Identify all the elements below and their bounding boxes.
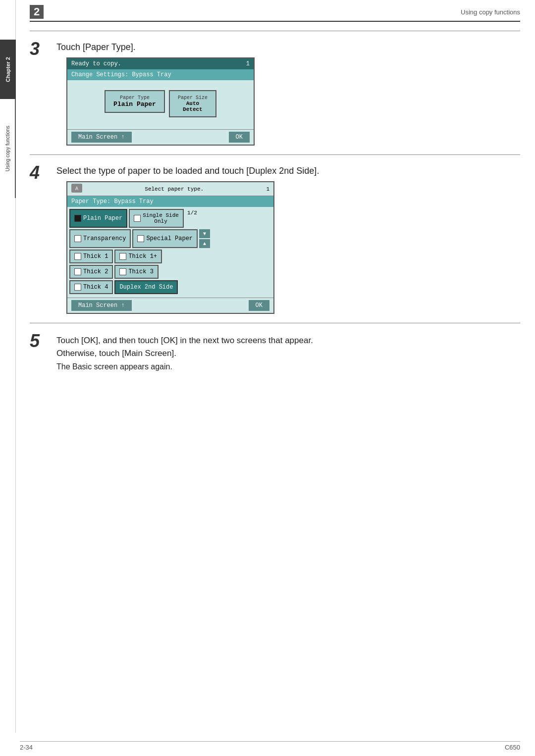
- screen-1-footer-right: OK: [236, 134, 243, 141]
- screen-2-icon: A: [71, 184, 82, 194]
- nav-placeholder-3: [179, 280, 193, 294]
- thick4-checkbox: [74, 284, 81, 291]
- sidebar: Chapter 2 Using copy functions: [0, 0, 16, 733]
- screen-2-grid-area: Plain Paper Single SideOnly 1/2: [67, 207, 273, 296]
- chapter-label: Chapter 2: [5, 57, 11, 82]
- screen-1-paper-type-btn[interactable]: Paper Type Plain Paper: [105, 90, 165, 113]
- pt-btn-thick3[interactable]: Thick 3: [114, 265, 158, 279]
- step-4-number: 4: [30, 164, 48, 314]
- nav-placeholder-1: [163, 250, 177, 263]
- thick3-checkbox: [119, 268, 126, 275]
- divider-1: [30, 31, 520, 31]
- page-header: 2 Using copy functions: [30, 5, 520, 22]
- screen-1-arrow-icon: ↑: [121, 134, 124, 141]
- screen-2-row-2: Transparency Special Paper ▼ ▲: [69, 229, 271, 248]
- screen-2-row-4: Thick 2 Thick 3: [69, 265, 271, 279]
- function-label: Using copy functions: [5, 126, 10, 171]
- function-tab: Using copy functions: [0, 99, 16, 198]
- screen-2-row-1: Plain Paper Single SideOnly 1/2: [69, 209, 271, 228]
- thick1plus-label: Thick 1+: [128, 253, 157, 260]
- step-5-text1: Touch [OK], and then touch [OK] in the n…: [56, 334, 520, 359]
- transparency-label: Transparency: [83, 235, 126, 242]
- nav-arrows: ▼ ▲: [199, 229, 213, 248]
- thick2-checkbox: [74, 268, 81, 275]
- single-side-label: Single SideOnly: [143, 212, 179, 224]
- step-5-section: 5 Touch [OK], and then touch [OK] in the…: [30, 332, 520, 371]
- screen-2-row-3: Thick 1 Thick 1+: [69, 250, 271, 263]
- special-paper-checkbox: [137, 235, 144, 242]
- screen-1-mockup: Ready to copy. 1 Change Settings: Bypass…: [66, 57, 255, 146]
- screen-1-status-num: 1: [246, 60, 250, 67]
- thick2-label: Thick 2: [83, 268, 108, 275]
- step-4-content: Select the type of paper to be loaded an…: [56, 164, 520, 314]
- screen-2-header-bar: A Select paper type. 1: [67, 182, 273, 196]
- thick1plus-checkbox: [119, 253, 126, 260]
- screen-2-arrow-icon: ↑: [121, 302, 124, 309]
- step-5-content: Touch [OK], and then touch [OK] in the n…: [56, 332, 520, 371]
- screen-2-footer-right: OK: [256, 302, 263, 309]
- plain-paper-label: Plain Paper: [83, 215, 122, 222]
- thick1-checkbox: [74, 253, 81, 260]
- screen-2-row-5: Thick 4 Duplex 2nd Side: [69, 280, 271, 294]
- screen-2-grid: Plain Paper Single SideOnly 1/2: [69, 209, 271, 296]
- screen-1-btn1-value: Plain Paper: [113, 101, 156, 108]
- pt-btn-duplex[interactable]: Duplex 2nd Side: [114, 280, 178, 294]
- screen-1-btn2-label: Paper Size: [178, 95, 208, 101]
- thick1-label: Thick 1: [83, 253, 108, 260]
- screen-1-main-screen-btn[interactable]: Main Screen ↑: [71, 132, 132, 143]
- screen-1-btn1[interactable]: Paper Type Plain Paper: [105, 90, 165, 117]
- thick3-label: Thick 3: [128, 268, 153, 275]
- divider-3: [30, 323, 520, 323]
- page-number: 2: [30, 5, 44, 19]
- step-3-content: Touch [Paper Type]. Ready to copy. 1 Cha…: [56, 40, 520, 146]
- screen-2-ok-btn[interactable]: OK: [249, 300, 269, 311]
- screen-2-header-text: Select paper type.: [145, 186, 204, 192]
- screen-2-footer-left: Main Screen: [78, 302, 117, 309]
- step-3-number: 3: [30, 40, 48, 146]
- screen-1-btn2-value: AutoDetect: [178, 101, 208, 112]
- page-indicator: 1/2: [185, 210, 199, 228]
- screen-1-btn1-label: Paper Type: [113, 95, 156, 101]
- pt-btn-special-paper[interactable]: Special Paper: [132, 229, 198, 248]
- step-4-title: Select the type of paper to be loaded an…: [56, 166, 520, 176]
- screen-1-buttons-row: Paper Type Plain Paper Paper Size AutoDe…: [67, 87, 254, 120]
- footer-right: C650: [505, 744, 520, 751]
- transparency-checkbox: [74, 235, 81, 242]
- svg-text:A: A: [75, 186, 78, 192]
- page-header-title: Using copy functions: [461, 8, 520, 16]
- screen-1-footer: Main Screen ↑ OK: [67, 129, 254, 145]
- step-3-section: 3 Touch [Paper Type]. Ready to copy. 1 C…: [30, 40, 520, 146]
- pt-btn-transparency[interactable]: Transparency: [69, 229, 131, 248]
- chapter-tab: Chapter 2: [0, 40, 16, 99]
- screen-1-status-bar: Ready to copy. 1: [67, 58, 254, 69]
- screen-1-footer-left: Main Screen: [78, 134, 117, 141]
- screen-1-ok-btn[interactable]: OK: [229, 132, 250, 143]
- pt-btn-plain-paper[interactable]: Plain Paper: [69, 209, 127, 228]
- pt-btn-thick1plus[interactable]: Thick 1+: [114, 250, 162, 263]
- special-paper-label: Special Paper: [146, 235, 193, 242]
- pt-btn-thick2[interactable]: Thick 2: [69, 265, 113, 279]
- plain-paper-checkbox: [74, 215, 81, 222]
- nav-down-btn[interactable]: ▼: [199, 229, 210, 238]
- page-footer: 2-34 C650: [20, 741, 520, 751]
- duplex-label: Duplex 2nd Side: [119, 284, 173, 291]
- pt-btn-single-side[interactable]: Single SideOnly: [129, 209, 184, 228]
- step-4-section: 4 Select the type of paper to be loaded …: [30, 164, 520, 314]
- screen-2-footer: Main Screen ↑ OK: [67, 298, 273, 313]
- screen-1-btn2[interactable]: Paper Size AutoDetect: [169, 90, 216, 117]
- screen-2-header-num: 1: [266, 186, 269, 192]
- pt-btn-thick4[interactable]: Thick 4: [69, 280, 113, 294]
- screen-1-paper-size-btn[interactable]: Paper Size AutoDetect: [169, 90, 216, 117]
- nav-placeholder-2: [160, 265, 174, 279]
- main-content: 2 Using copy functions 3 Touch [Paper Ty…: [20, 0, 535, 756]
- single-side-checkbox: [134, 215, 141, 222]
- screen-1-status-text: Ready to copy.: [71, 60, 121, 67]
- screen-2-mockup: A Select paper type. 1 Paper Type: Bypas…: [66, 181, 274, 314]
- screen-2-title-bar: Paper Type: Bypass Tray: [67, 196, 273, 207]
- screen-2-main-screen-btn[interactable]: Main Screen ↑: [71, 300, 132, 311]
- nav-up-btn[interactable]: ▲: [199, 239, 210, 248]
- pt-btn-thick1[interactable]: Thick 1: [69, 250, 113, 263]
- step-5-text2: The Basic screen appears again.: [56, 362, 520, 371]
- step-3-title: Touch [Paper Type].: [56, 42, 520, 52]
- footer-left: 2-34: [20, 744, 33, 751]
